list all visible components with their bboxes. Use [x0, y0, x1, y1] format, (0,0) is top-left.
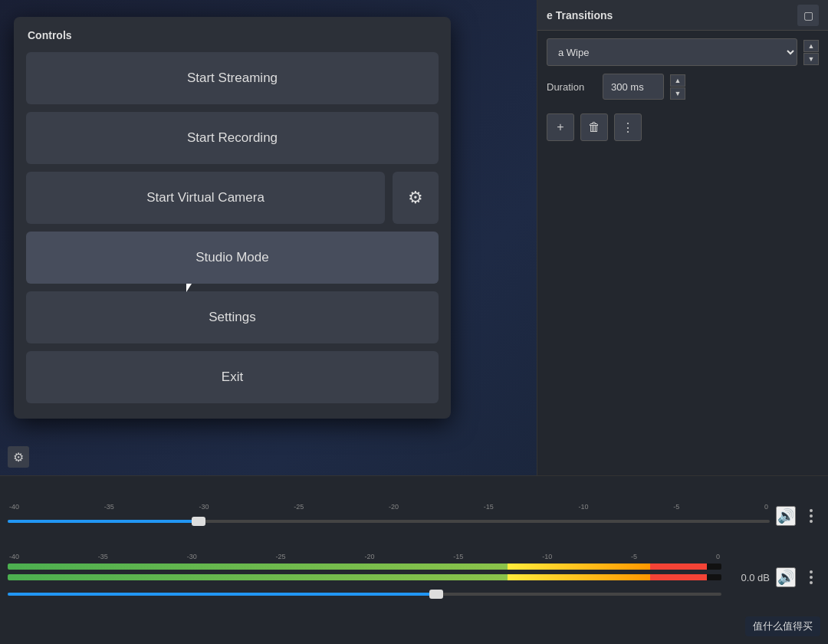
dot	[810, 509, 813, 512]
transitions-select[interactable]: a Wipe	[547, 38, 797, 66]
trash-icon: 🗑	[588, 120, 600, 134]
add-transition-button[interactable]: +	[547, 113, 574, 141]
slider-thumb-2[interactable]	[429, 590, 443, 599]
transitions-spinners: ▲ ▼	[803, 40, 819, 65]
watermark: 值什么值得买	[745, 616, 820, 636]
controls-panel-title: Controls	[26, 29, 439, 41]
start-recording-label: Start Recording	[187, 130, 278, 146]
spin-down-button[interactable]: ▼	[803, 53, 819, 65]
transitions-restore-button[interactable]: ▢	[797, 5, 819, 26]
start-virtual-camera-button[interactable]: Start Virtual Camera	[26, 172, 385, 224]
gear-icon: ⚙	[13, 450, 24, 465]
meter-green	[8, 564, 508, 570]
dot	[810, 570, 813, 573]
start-streaming-button[interactable]: Start Streaming	[26, 52, 439, 104]
transitions-select-row: a Wipe ▲ ▼	[537, 31, 828, 74]
plus-icon: +	[557, 120, 564, 134]
transitions-title: e Transitions	[547, 9, 613, 21]
controls-popup: Controls Start Streaming Start Recording…	[14, 17, 451, 419]
transitions-header: e Transitions ▢	[537, 0, 828, 31]
meter-yellow-2	[508, 574, 650, 580]
mixer-area: -40 -35 -30 -25 -20 -15 -10 -5 0 🔊	[0, 475, 828, 644]
delete-transition-button[interactable]: 🗑	[580, 113, 608, 141]
volume-button-1[interactable]: 🔊	[776, 506, 796, 526]
gear-icon-virtual: ⚙	[408, 188, 423, 208]
dot	[810, 581, 813, 584]
meter-scale-1: -40 -35 -30 -25 -20 -15 -10 -5 0	[8, 503, 770, 511]
dot	[810, 514, 813, 518]
more-transitions-button[interactable]: ⋮	[614, 113, 642, 141]
settings-button[interactable]: Settings	[26, 291, 439, 343]
meter-yellow	[508, 564, 650, 570]
slider-track-1	[8, 520, 770, 523]
settings-label: Settings	[209, 310, 255, 325]
slider-fill-1	[8, 520, 199, 523]
audio-meter-2b	[8, 574, 721, 580]
meter-red-2	[650, 574, 707, 580]
slider-row-1	[8, 514, 770, 529]
audio-meter-2a	[8, 564, 721, 570]
volume-button-2[interactable]: 🔊	[776, 567, 796, 587]
slider-track-2	[8, 593, 721, 596]
db-label: 0.0 dB	[728, 572, 770, 583]
dot	[810, 576, 813, 579]
start-virtual-camera-label: Start Virtual Camera	[146, 190, 264, 205]
exit-label: Exit	[222, 370, 243, 385]
virtual-camera-row: Start Virtual Camera ⚙	[26, 172, 439, 224]
three-dot-button-1[interactable]	[802, 507, 820, 525]
duration-label: Duration	[547, 81, 596, 93]
duration-spin-down[interactable]: ▼	[670, 87, 685, 100]
duration-spin-up[interactable]: ▲	[670, 74, 685, 87]
duration-spinners: ▲ ▼	[670, 74, 685, 100]
start-recording-button[interactable]: Start Recording	[26, 112, 439, 164]
meter-scale-2: -40 -35 -30 -25 -20 -15 -10 -5 0	[8, 553, 721, 560]
restore-icon: ▢	[803, 9, 813, 21]
volume-row-1: -40 -35 -30 -25 -20 -15 -10 -5 0 🔊	[0, 503, 828, 529]
meter-2: -40 -35 -30 -25 -20 -15 -10 -5 0	[8, 553, 721, 602]
gear-bottom-left-button[interactable]: ⚙	[8, 446, 29, 468]
volume-row-2: -40 -35 -30 -25 -20 -15 -10 -5 0	[0, 553, 828, 602]
start-streaming-label: Start Streaming	[187, 71, 278, 86]
spin-up-button[interactable]: ▲	[803, 40, 819, 52]
virtual-camera-gear-button[interactable]: ⚙	[393, 172, 439, 224]
meter-red	[650, 564, 707, 570]
meter-green-2	[8, 574, 508, 580]
studio-mode-label: Studio Mode	[196, 250, 268, 265]
duration-input[interactable]	[603, 74, 664, 100]
dot	[810, 520, 813, 523]
slider-fill-2	[8, 593, 436, 596]
exit-button[interactable]: Exit	[26, 351, 439, 403]
studio-mode-button[interactable]: Studio Mode	[26, 232, 439, 284]
more-icon: ⋮	[622, 120, 634, 135]
three-dot-button-2[interactable]	[802, 568, 820, 586]
duration-row: Duration ▲ ▼	[537, 74, 828, 107]
transition-actions: + 🗑 ⋮	[537, 107, 828, 147]
meter-1: -40 -35 -30 -25 -20 -15 -10 -5 0	[8, 503, 770, 529]
slider-row-2	[8, 586, 721, 602]
slider-thumb-1[interactable]	[192, 517, 205, 526]
transitions-panel: e Transitions ▢ a Wipe ▲ ▼ Duration ▲ ▼ …	[537, 0, 828, 475]
